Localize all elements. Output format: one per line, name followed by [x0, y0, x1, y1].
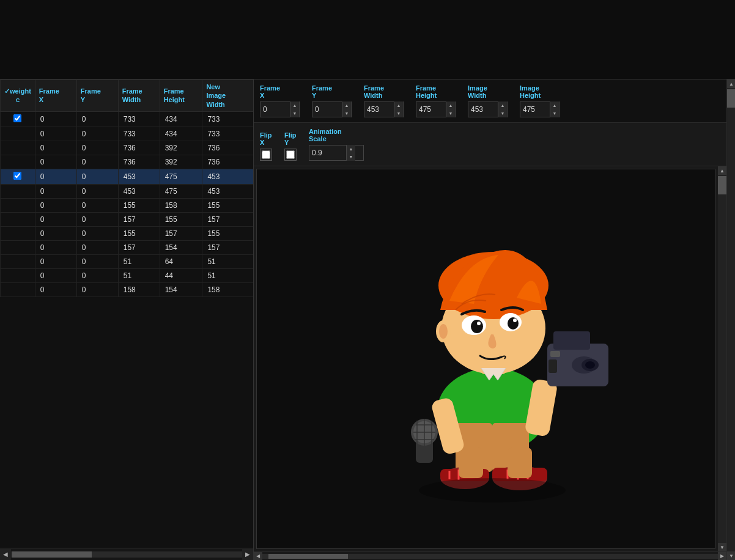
row-check-cell[interactable] — [1, 169, 35, 184]
hscroll-track[interactable] — [11, 551, 242, 558]
anim-scale-up[interactable]: ▲ — [347, 145, 355, 153]
flip-x-checkbox[interactable] — [262, 150, 270, 159]
bottom-hscroll-right[interactable]: ▶ — [718, 552, 726, 561]
preview-vscroll-track[interactable] — [718, 175, 726, 543]
col-frame-x: FrameX — [35, 80, 76, 112]
row-new-width: 155 — [202, 226, 253, 240]
col-check: ✓weightC — [1, 80, 35, 112]
image-height-group: ImageHeight ▲ ▼ — [520, 84, 560, 117]
table-row[interactable]: 00157154157 — [1, 240, 254, 254]
table-row[interactable]: 00736392736 — [1, 141, 254, 155]
frame-height-up[interactable]: ▲ — [446, 101, 455, 109]
table-row[interactable]: 00514451 — [1, 268, 254, 282]
global-vscroll-down[interactable]: ▼ — [727, 551, 735, 560]
global-vscroll-track[interactable] — [727, 88, 735, 551]
image-width-input[interactable] — [468, 104, 498, 115]
frame-y-up[interactable]: ▲ — [342, 101, 351, 109]
row-check-cell[interactable] — [1, 212, 35, 226]
frame-y-arrows: ▲ ▼ — [342, 101, 351, 117]
frame-height-input[interactable] — [416, 104, 446, 115]
row-check-cell[interactable] — [1, 155, 35, 169]
frame-x-down[interactable]: ▼ — [290, 109, 299, 117]
frame-x-up[interactable]: ▲ — [290, 101, 299, 109]
row-check-cell[interactable] — [1, 226, 35, 240]
frame-x-input-wrapper[interactable]: ▲ ▼ — [260, 101, 300, 117]
row-checkbox[interactable] — [13, 172, 21, 180]
frame-width-input-wrapper[interactable]: ▲ ▼ — [364, 101, 404, 117]
table-hscroll[interactable]: ◀ ▶ — [0, 548, 253, 560]
table-row[interactable]: 00155158155 — [1, 198, 254, 212]
anim-scale-down[interactable]: ▼ — [347, 153, 355, 161]
controls-row-2: FlipX FlipY AnimationScale ▲ — [254, 123, 726, 166]
table-scroll-area[interactable]: ✓weightC FrameX FrameY FrameWidth FrameH… — [0, 79, 253, 548]
table-row[interactable]: 00158154158 — [1, 282, 254, 297]
row-frame-y: 0 — [76, 282, 118, 297]
table-row[interactable]: 00155157155 — [1, 226, 254, 240]
frame-y-input-wrapper[interactable]: ▲ ▼ — [312, 101, 352, 117]
image-width-up[interactable]: ▲ — [498, 101, 507, 109]
table-row[interactable]: 00453475453 — [1, 184, 254, 198]
row-frame-width: 51 — [118, 268, 160, 282]
row-new-width: 51 — [202, 268, 253, 282]
image-height-down[interactable]: ▼ — [550, 109, 559, 117]
row-frame-x: 0 — [35, 198, 76, 212]
table-row[interactable]: 00733434733 — [1, 127, 254, 141]
frame-height-down[interactable]: ▼ — [446, 109, 455, 117]
row-check-cell[interactable] — [1, 184, 35, 198]
svg-point-40 — [513, 319, 517, 322]
row-check-cell[interactable] — [1, 141, 35, 155]
preview-vscroll[interactable]: ▲ ▼ — [718, 166, 726, 551]
frame-y-down[interactable]: ▼ — [342, 109, 351, 117]
row-check-cell[interactable] — [1, 127, 35, 141]
frame-y-input[interactable] — [312, 104, 342, 115]
preview-vscroll-up[interactable]: ▲ — [718, 166, 726, 175]
hscroll-right-btn[interactable]: ▶ — [242, 549, 253, 560]
table-row[interactable]: 00733434733 — [1, 111, 254, 127]
preview-container: ▲ ▼ — [254, 166, 726, 551]
svg-rect-26 — [553, 331, 590, 350]
table-row[interactable]: 00453475453 — [1, 169, 254, 184]
bottom-hscroll[interactable]: ◀ ▶ — [254, 551, 726, 560]
flip-x-checkbox-wrapper[interactable] — [260, 149, 272, 161]
bottom-hscroll-left[interactable]: ◀ — [254, 552, 262, 561]
frame-height-input-wrapper[interactable]: ▲ ▼ — [416, 101, 456, 117]
row-check-cell[interactable] — [1, 198, 35, 212]
frame-width-down[interactable]: ▼ — [394, 109, 403, 117]
image-width-down[interactable]: ▼ — [498, 109, 507, 117]
preview-vscroll-down[interactable]: ▼ — [718, 543, 726, 551]
image-width-input-wrapper[interactable]: ▲ ▼ — [468, 101, 508, 117]
global-vscroll[interactable]: ▲ ▼ — [726, 79, 735, 560]
hscroll-left-btn[interactable]: ◀ — [0, 549, 11, 560]
table-row[interactable]: 00736392736 — [1, 155, 254, 169]
bottom-hscroll-track[interactable] — [262, 554, 718, 559]
frame-width-input[interactable] — [364, 104, 394, 115]
anim-scale-input-wrapper[interactable]: ▲ ▼ — [309, 145, 364, 161]
frame-width-up[interactable]: ▲ — [394, 101, 403, 109]
row-check-cell[interactable] — [1, 282, 35, 297]
row-check-cell[interactable] — [1, 111, 35, 127]
flip-y-checkbox-wrapper[interactable] — [284, 149, 297, 161]
row-frame-height: 64 — [160, 254, 202, 268]
row-check-cell[interactable] — [1, 240, 35, 254]
image-height-input[interactable] — [520, 104, 550, 115]
row-frame-height: 154 — [160, 240, 202, 254]
frame-x-group: FrameX ▲ ▼ — [260, 84, 300, 117]
table-row[interactable]: 00157155157 — [1, 212, 254, 226]
row-new-width: 155 — [202, 198, 253, 212]
svg-point-43 — [419, 478, 566, 503]
row-checkbox[interactable] — [13, 114, 21, 122]
global-vscroll-up[interactable]: ▲ — [727, 79, 735, 88]
image-height-up[interactable]: ▲ — [550, 101, 559, 109]
anim-scale-input[interactable] — [309, 147, 346, 158]
right-panel: FrameX ▲ ▼ FrameY ▲ ▼ — [254, 79, 726, 560]
row-frame-width: 158 — [118, 282, 160, 297]
table-row[interactable]: 00516451 — [1, 254, 254, 268]
row-check-cell[interactable] — [1, 268, 35, 282]
frame-x-input[interactable] — [260, 104, 290, 115]
image-height-input-wrapper[interactable]: ▲ ▼ — [520, 101, 560, 117]
row-check-cell[interactable] — [1, 254, 35, 268]
svg-point-38 — [508, 317, 519, 330]
flip-y-checkbox[interactable] — [286, 150, 295, 159]
flip-x-group: FlipX — [260, 131, 272, 161]
row-frame-y: 0 — [76, 198, 118, 212]
